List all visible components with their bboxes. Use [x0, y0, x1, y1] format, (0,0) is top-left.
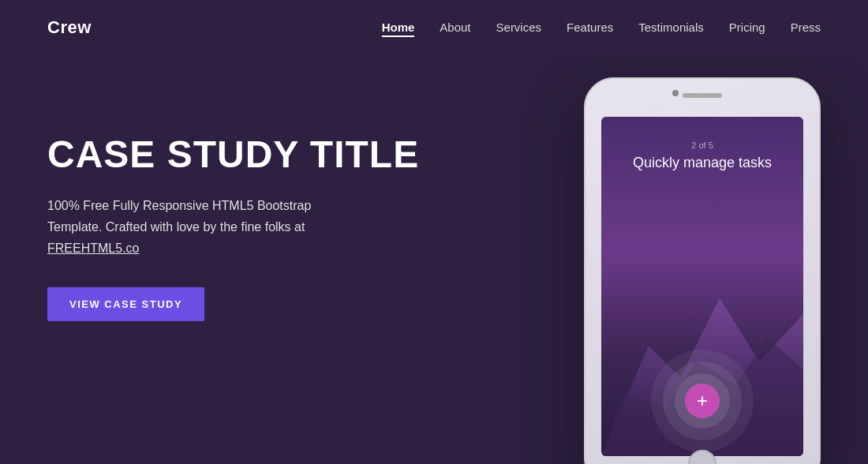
phone-pagination: 2 of 5 [691, 140, 713, 150]
view-case-study-button[interactable]: VIEW CASE STUDY [47, 287, 204, 321]
nav-links: Home About Services Features Testimonial… [382, 21, 821, 35]
nav-link-about[interactable]: About [440, 21, 470, 34]
nav-link-pricing[interactable]: Pricing [729, 21, 765, 34]
phone-screen: 2 of 5 Quickly manage tasks + [601, 117, 803, 456]
phone-speaker [683, 93, 722, 98]
hero-description: 100% Free Fully Responsive HTML5 Bootstr… [47, 195, 410, 260]
nav-item-services[interactable]: Services [496, 21, 542, 35]
nav-item-testimonials[interactable]: Testimonials [638, 21, 704, 35]
nav-item-home[interactable]: Home [382, 21, 415, 35]
phone-screen-text: Quickly manage tasks [633, 155, 772, 171]
phone-outer-shell: 2 of 5 Quickly manage tasks + [584, 77, 821, 464]
hero-title: CASE STUDY TITLE [47, 134, 419, 176]
nav-item-about[interactable]: About [440, 21, 470, 35]
navbar: Crew Home About Services Features Testim… [0, 0, 868, 55]
phone-camera [672, 90, 679, 96]
nav-link-testimonials[interactable]: Testimonials [638, 21, 704, 34]
nav-link-services[interactable]: Services [496, 21, 542, 34]
nav-link-press[interactable]: Press [791, 21, 821, 34]
hero-desc-link[interactable]: FREEHTML5.co [47, 241, 139, 255]
nav-item-features[interactable]: Features [567, 21, 613, 35]
hero-section: CASE STUDY TITLE 100% Free Fully Respons… [0, 55, 868, 464]
phone-mockup: 2 of 5 Quickly manage tasks + [584, 77, 821, 464]
hero-desc-line2: Template. Crafted with love by the fine … [47, 220, 305, 234]
hero-desc-line1: 100% Free Fully Responsive HTML5 Bootstr… [47, 199, 311, 212]
nav-link-home[interactable]: Home [382, 21, 415, 37]
nav-item-press[interactable]: Press [791, 21, 821, 35]
hero-content: CASE STUDY TITLE 100% Free Fully Respons… [47, 103, 419, 321]
plus-button[interactable]: + [685, 384, 720, 418]
nav-link-features[interactable]: Features [567, 21, 613, 34]
brand-logo[interactable]: Crew [47, 17, 92, 38]
nav-item-pricing[interactable]: Pricing [729, 21, 765, 35]
